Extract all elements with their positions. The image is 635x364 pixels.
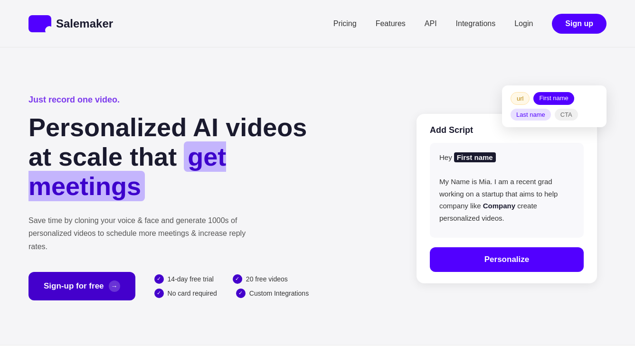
main-content: Just record one video. Personalized AI v… [0, 47, 635, 329]
feature-videos-label: 20 free videos [246, 275, 288, 283]
hero-title: Personalized AI videos at scale that get… [28, 112, 313, 201]
features-row-1: ✓ 14-day free trial ✓ 20 free videos [154, 274, 309, 284]
brand-name: Salemaker [56, 17, 113, 30]
script-company-tag: Company [483, 202, 515, 210]
signup-button-label: Sign-up for free [44, 281, 104, 291]
feature-nocard-label: No card required [168, 289, 217, 297]
var-tag-url[interactable]: url [511, 92, 530, 105]
hero-description: Save time by cloning your voice & face a… [28, 214, 266, 253]
site-header: $ Salemaker Pricing Features API Integra… [0, 0, 635, 47]
check-icon-1: ✓ [154, 274, 164, 284]
nav-signup-button[interactable]: Sign up [552, 14, 607, 34]
check-icon-4: ✓ [236, 289, 246, 298]
features-row-2: ✓ No card required ✓ Custom Integrations [154, 289, 309, 298]
feature-videos: ✓ 20 free videos [233, 274, 288, 284]
arrow-icon: → [109, 280, 120, 292]
script-firstname-tag: First name [454, 152, 496, 162]
logo-dollar-badge: $ [47, 28, 54, 35]
bottom-strip [0, 345, 635, 364]
script-body[interactable]: Hey First name My Name is Mia. I am a re… [430, 143, 584, 238]
personalize-button[interactable]: Personalize [430, 247, 584, 272]
var-tag-cta[interactable]: CTA [555, 109, 578, 121]
script-hey: Hey [439, 153, 454, 161]
nav-login[interactable]: Login [514, 19, 533, 28]
variables-popup: url First name Last name CTA [502, 85, 607, 127]
logo-link[interactable]: $ Salemaker [28, 15, 113, 32]
feature-integrations: ✓ Custom Integrations [236, 289, 309, 298]
var-tag-firstname[interactable]: First name [533, 92, 574, 105]
feature-trial-label: 14-day free trial [168, 275, 214, 283]
cta-row: Sign-up for free → ✓ 14-day free trial ✓… [28, 272, 313, 300]
nav-features[interactable]: Features [376, 19, 406, 28]
feature-nocard: ✓ No card required [154, 289, 217, 298]
hero-section: Just record one video. Personalized AI v… [28, 85, 313, 300]
check-icon-3: ✓ [154, 289, 164, 298]
hero-title-start: Personalized AI videos at scale that [28, 113, 307, 171]
hero-subtitle: Just record one video. [28, 95, 313, 105]
script-card: Add Script Hey First name My Name is Mia… [417, 114, 597, 283]
demo-section: url First name Last name CTA Add Script … [417, 85, 607, 283]
nav-pricing[interactable]: Pricing [333, 19, 357, 28]
var-tag-lastname[interactable]: Last name [511, 109, 551, 121]
nav-api[interactable]: API [425, 19, 437, 28]
check-icon-2: ✓ [233, 274, 242, 284]
features-list: ✓ 14-day free trial ✓ 20 free videos ✓ N… [154, 274, 309, 298]
signup-button[interactable]: Sign-up for free → [28, 272, 135, 300]
logo-icon: $ [28, 15, 51, 32]
feature-integrations-label: Custom Integrations [249, 289, 309, 297]
main-nav: Pricing Features API Integrations Login … [333, 14, 607, 34]
nav-integrations[interactable]: Integrations [456, 19, 496, 28]
feature-trial: ✓ 14-day free trial [154, 274, 214, 284]
